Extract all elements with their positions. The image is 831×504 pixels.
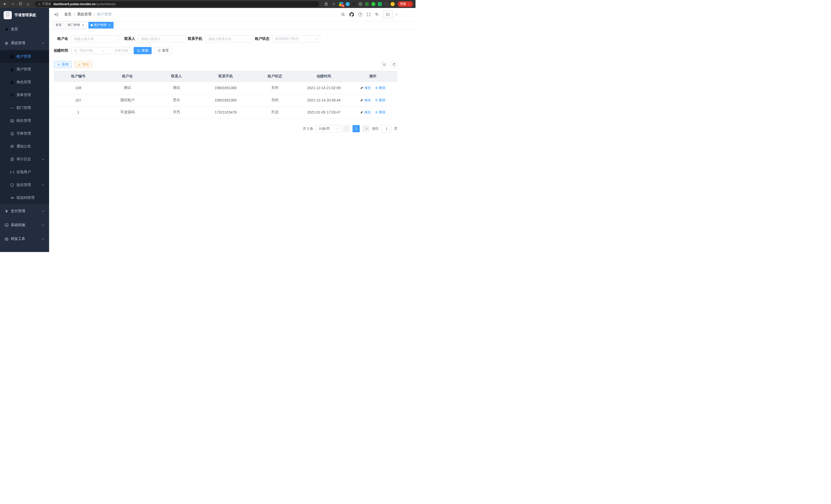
export-button-label: 导出 (82, 62, 89, 67)
extension-icon[interactable] (352, 2, 356, 6)
sidebar-menu: 首页 系统管理 租户管理 用户管理 角色管理 (0, 22, 49, 246)
update-label: 更新 (400, 2, 406, 6)
sidebar-item-role[interactable]: 角色管理 (0, 76, 49, 89)
sidebar: 芋道管理系统 首页 系统管理 租户管理 用户管理 (0, 8, 49, 252)
delete-button[interactable]: 删除 (375, 110, 385, 115)
tag-tenant[interactable]: 租户管理 × (88, 22, 114, 29)
sidebar-item-system[interactable]: 系统管理 (0, 36, 49, 50)
tag-home[interactable]: 首页 (53, 22, 64, 29)
goto-page-input[interactable] (381, 125, 392, 132)
page-number-button[interactable]: 1 (352, 125, 360, 132)
date-range-picker[interactable]: 开始日期 - 结束日期 (71, 47, 131, 54)
address-bar[interactable]: ⚠ 不安全 dashboard.yudao.iocoder.cn/system/… (35, 1, 319, 7)
edit-label: 修改 (364, 98, 371, 102)
avatar-caret-icon[interactable] (396, 12, 398, 15)
refresh-table-button[interactable] (390, 61, 398, 68)
sidebar-item-infra[interactable]: 基础设施 (0, 218, 49, 232)
sidebar-item-menu[interactable]: 菜单管理 (0, 89, 49, 101)
chrome-update-button[interactable]: 更新 ⋮ (398, 1, 413, 7)
help-icon[interactable]: ? (358, 12, 362, 17)
tag-label: 部门管理 (67, 23, 80, 27)
extension-icon[interactable] (346, 2, 350, 6)
bookmark-star-icon[interactable]: ☆ (332, 2, 336, 6)
pagination: 共 3 条 10条/页 1 前往 页 (54, 125, 398, 132)
tag-dept[interactable]: 部门管理 × (65, 22, 87, 29)
reload-icon[interactable] (18, 2, 23, 6)
sidebar-item-payment[interactable]: ¥ 支付管理 (0, 204, 49, 218)
breadcrumb-home[interactable]: 首页 (64, 12, 71, 17)
book-icon (10, 132, 14, 136)
fullscreen-icon[interactable] (366, 12, 371, 17)
back-icon[interactable] (3, 2, 7, 6)
sidebar-item-tenant[interactable]: 租户管理 (0, 50, 49, 63)
forward-icon[interactable] (10, 2, 15, 6)
sidebar-item-audit-log[interactable]: 审计日志 (0, 153, 49, 166)
extension-icon[interactable] (359, 2, 363, 6)
filter-row-1: 租户名 联系人 联系手机 租户状态 请选择租户状态 (54, 35, 398, 42)
page-size-value: 10条/页 (319, 126, 330, 131)
font-big-glyph: T (375, 12, 377, 16)
close-icon[interactable]: × (81, 23, 85, 27)
extension-icon[interactable] (365, 2, 369, 6)
chevron-up-icon (42, 42, 45, 45)
sidebar-item-dept[interactable]: 部门管理 (0, 101, 49, 114)
search-button[interactable]: 搜索 (134, 47, 152, 54)
sidebar-item-error-code[interactable]: </> 错误码管理 (0, 191, 49, 204)
edit-button[interactable]: 修改 (360, 98, 371, 102)
delete-button[interactable]: 删除 (375, 86, 385, 90)
next-page-button[interactable] (362, 125, 370, 132)
extension-icon[interactable] (371, 2, 375, 6)
breadcrumb-system[interactable]: 系统管理 (77, 12, 91, 17)
extension-icon[interactable] (384, 2, 388, 6)
tenant-name-input[interactable] (71, 35, 119, 42)
logo-image (4, 11, 12, 19)
contact-input[interactable] (138, 35, 186, 42)
avatar[interactable] (383, 10, 393, 18)
url-host: dashboard.yudao.iocoder.cn (53, 2, 95, 6)
prev-page-button[interactable] (343, 125, 350, 132)
share-icon[interactable] (324, 2, 328, 6)
github-icon[interactable] (349, 12, 354, 17)
export-button[interactable]: 导出 (74, 61, 92, 68)
delete-button[interactable]: 删除 (375, 98, 385, 102)
table-header-row: 租户编号 租户名 联系人 联系手机 租户状态 创建时间 操作 (54, 71, 398, 82)
sidebar-toggle[interactable] (53, 11, 60, 18)
edit-button[interactable]: 修改 (360, 110, 371, 115)
search-icon[interactable] (341, 12, 345, 17)
sidebar-item-label: 首页 (11, 27, 45, 32)
shield-icon (10, 183, 14, 187)
font-size-icon[interactable]: TT (375, 12, 379, 16)
edit-button[interactable]: 修改 (360, 86, 371, 90)
phone-input[interactable] (205, 35, 253, 42)
delete-label: 删除 (379, 86, 385, 90)
extension-icon[interactable]: 10 (339, 2, 343, 6)
edit-label: 修改 (364, 86, 371, 90)
cell-tenant-id: 1 (54, 106, 103, 118)
sidebar-item-post[interactable]: 岗位管理 (0, 114, 49, 127)
app-logo[interactable]: 芋道管理系统 (0, 8, 49, 22)
edit-label: 修改 (364, 110, 371, 115)
search-icon (137, 49, 140, 52)
cell-tenant-id: 108 (54, 82, 103, 94)
sidebar-item-home[interactable]: 首页 (0, 22, 49, 36)
add-button[interactable]: 新增 (54, 61, 72, 68)
extension-badge: 10 (341, 5, 345, 7)
sidebar-item-notice[interactable]: 通知公告 (0, 140, 49, 153)
sidebar-item-dict[interactable]: 字典管理 (0, 127, 49, 140)
tag-label: 租户管理 (94, 23, 106, 27)
sidebar-item-online-user[interactable]: 在线用户 (0, 166, 49, 179)
security-status[interactable]: ⚠ 不安全 (38, 2, 51, 6)
reset-button[interactable]: 重置 (154, 47, 172, 54)
sidebar-item-sms[interactable]: 短信管理 (0, 179, 49, 191)
sidebar-item-label: 角色管理 (17, 80, 45, 85)
status-select[interactable]: 请选择租户状态 (273, 35, 320, 42)
sidebar-item-devtools[interactable]: 研发工具 (0, 232, 49, 246)
toggle-search-button[interactable] (380, 61, 388, 68)
browser-home-icon[interactable]: ⌂ (26, 2, 30, 6)
extension-icon[interactable] (391, 2, 395, 6)
extension-icon[interactable] (378, 2, 382, 6)
close-icon[interactable]: × (108, 23, 111, 27)
page-size-select[interactable]: 10条/页 (316, 125, 340, 132)
chevron-down-icon (42, 223, 45, 226)
sidebar-item-user[interactable]: 用户管理 (0, 63, 49, 76)
